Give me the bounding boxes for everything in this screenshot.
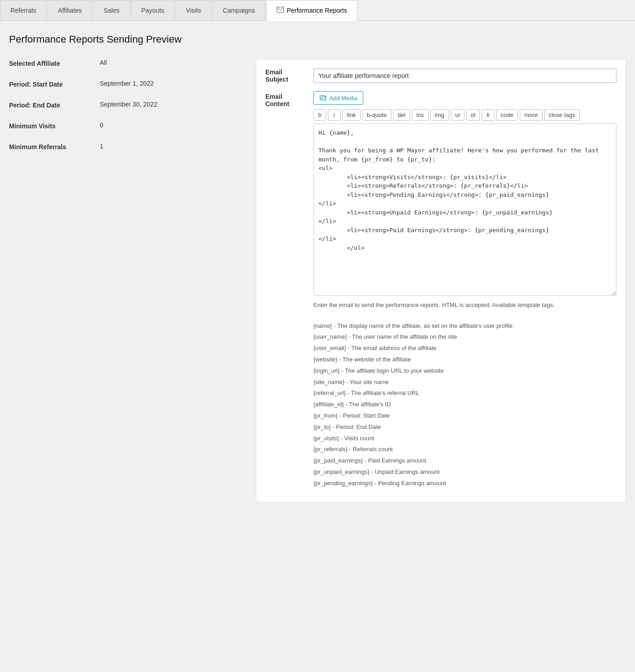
tab-affiliates[interactable]: Affiliates	[48, 0, 93, 20]
help-text-line-6: {login_url} - The affiliate login URL to…	[313, 366, 616, 376]
email-content-textarea[interactable]	[313, 123, 616, 296]
help-text-line-2: {name} - The display name of the affilia…	[313, 321, 616, 331]
help-text-line-10: {pr_from} - Period: Start Date	[313, 411, 616, 421]
field-value-selected-affiliate: All	[100, 59, 107, 66]
toolbar-btn-del[interactable]: del	[393, 109, 410, 121]
toolbar-btn-b-quote[interactable]: b-quote	[362, 109, 391, 121]
field-value-minimum-referrals: 1	[100, 142, 103, 150]
tab-visits[interactable]: Visits	[176, 0, 211, 20]
tab-performance-reports[interactable]: Performance Reports	[266, 0, 357, 21]
email-subject-input[interactable]	[313, 68, 616, 83]
editor-area: Add Media bilinkb-quotedelinsimgulollico…	[313, 91, 616, 490]
add-media-button[interactable]: Add Media	[313, 91, 363, 105]
help-text-line-0: Enter the email to send the performance …	[313, 301, 616, 310]
field-label-selected-affiliate: Selected Affiliate	[9, 59, 100, 67]
tab-label-sales: Sales	[103, 7, 119, 14]
field-row-minimum-referrals: Minimum Referrals1	[9, 142, 245, 151]
help-text-line-15: {pr_unpaid_earnings} - Unpaid Earnings a…	[313, 467, 616, 477]
add-media-label: Add Media	[329, 95, 357, 102]
tab-label-visits: Visits	[186, 7, 201, 14]
editor-toolbar: bilinkb-quotedelinsimgulollicodemoreclos…	[313, 109, 616, 121]
help-text-line-9: {affiliate_id} - The affiliate's ID	[313, 400, 616, 409]
tab-label-performance-reports: Performance Reports	[287, 7, 347, 14]
field-label-period-end-date: Period: End Date	[9, 101, 100, 109]
page-title: Performance Reports Sending Preview	[9, 34, 626, 45]
help-text-line-14: {pr_paid_earnings} - Paid Earnings amoun…	[313, 456, 616, 466]
field-label-minimum-referrals: Minimum Referrals	[9, 142, 100, 151]
help-text-line-16: {pr_pending_earnings} - Pending Earnings…	[313, 479, 616, 488]
field-row-selected-affiliate: Selected AffiliateAll	[9, 59, 245, 67]
tab-payouts[interactable]: Payouts	[131, 0, 175, 20]
field-row-period-start-date: Period: Start DateSeptember 1, 2022	[9, 80, 245, 88]
field-value-period-start-date: September 1, 2022	[100, 80, 154, 87]
toolbar-btn-link[interactable]: link	[342, 109, 361, 121]
field-value-minimum-visits: 0	[100, 122, 103, 129]
toolbar-btn-li[interactable]: li	[482, 109, 494, 121]
email-subject-row: Email Subject	[265, 68, 616, 83]
toolbar-btn-more[interactable]: more	[520, 109, 542, 121]
toolbar-btn-ins[interactable]: ins	[412, 109, 429, 121]
toolbar-btn-ul[interactable]: ul	[451, 109, 464, 121]
help-text-line-13: {pr_referrals} - Referrals count	[313, 445, 616, 454]
help-text-line-3: {user_name} - The user name of the affil…	[313, 332, 616, 342]
email-content-row: Email Content Add Media bilinkb-qu	[265, 91, 616, 490]
svg-rect-0	[277, 7, 284, 13]
help-text-line-7: {site_name} - Your site name	[313, 378, 616, 387]
tab-referrals[interactable]: Referrals	[0, 0, 47, 20]
help-text-line-11: {pr_to} - Period: End Date	[313, 423, 616, 432]
right-column: Email Subject Email Content Add Med	[256, 59, 626, 502]
email-content-label: Email Content	[265, 91, 306, 107]
help-text: Enter the email to send the performance …	[313, 301, 616, 488]
tab-label-campaigns: Campaigns	[223, 7, 255, 14]
field-label-period-start-date: Period: Start Date	[9, 80, 100, 88]
left-column: Selected AffiliateAllPeriod: Start DateS…	[9, 59, 245, 502]
add-media-icon	[319, 94, 327, 102]
tab-label-referrals: Referrals	[10, 7, 36, 14]
email-subject-label: Email Subject	[265, 68, 306, 83]
toolbar-btn-close-tags[interactable]: close tags	[544, 109, 580, 121]
field-label-minimum-visits: Minimum Visits	[9, 122, 100, 130]
toolbar-btn-ol[interactable]: ol	[466, 109, 480, 121]
toolbar-btn-img[interactable]: img	[430, 109, 449, 121]
two-column-layout: Selected AffiliateAllPeriod: Start DateS…	[9, 59, 626, 502]
field-row-minimum-visits: Minimum Visits0	[9, 122, 245, 130]
tab-label-affiliates: Affiliates	[58, 7, 82, 14]
field-value-period-end-date: September 30, 2022	[100, 101, 157, 108]
tab-sales[interactable]: Sales	[93, 0, 130, 20]
help-text-line-4: {user_email} - The email address of the …	[313, 344, 616, 353]
help-text-line-12: {pr_visits} - Visits count	[313, 434, 616, 443]
help-text-line-5: {website} - The website of the affiliate	[313, 355, 616, 365]
toolbar-btn-bold[interactable]: b	[313, 109, 326, 121]
tab-bar: ReferralsAffiliatesSalesPayoutsVisitsCam…	[0, 0, 635, 21]
tab-label-payouts: Payouts	[142, 7, 165, 14]
toolbar-btn-italic[interactable]: i	[328, 109, 341, 121]
envelope-icon	[277, 7, 284, 14]
tab-campaigns[interactable]: Campaigns	[212, 0, 265, 20]
field-row-period-end-date: Period: End DateSeptember 30, 2022	[9, 101, 245, 109]
main-content: Performance Reports Sending Preview Sele…	[0, 21, 635, 515]
help-text-line-8: {referral_url} - The affiliate's referra…	[313, 389, 616, 398]
toolbar-btn-code[interactable]: code	[496, 109, 518, 121]
